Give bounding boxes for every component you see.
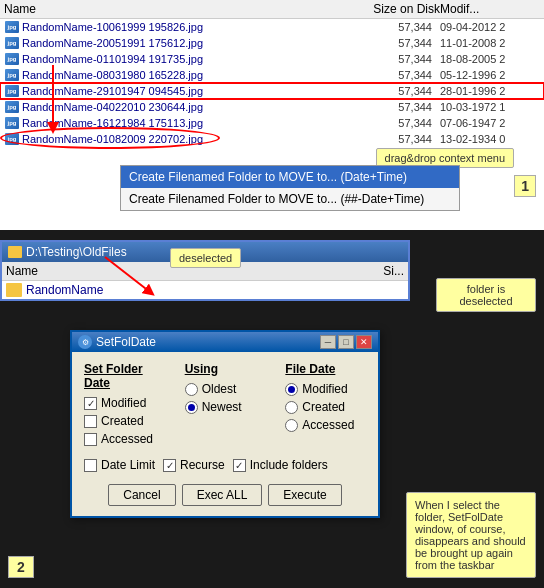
- file-row[interactable]: jpg RandomName-08031980 165228.jpg 57,34…: [0, 67, 544, 83]
- size-column-header: Size on Disk: [360, 2, 440, 16]
- modified-checkbox[interactable]: [84, 397, 97, 410]
- file-name: RandomName-04022010 230644.jpg: [22, 101, 360, 113]
- dialog-window-controls: ─ □ ✕: [320, 335, 372, 349]
- folder-item-name: RandomName: [26, 283, 103, 297]
- file-name: RandomName-16121984 175113.jpg: [22, 117, 360, 129]
- date-limit-checkbox[interactable]: [84, 459, 97, 472]
- filedate-created-radio-row: Created: [285, 400, 366, 414]
- filedate-modified-radio[interactable]: [285, 383, 298, 396]
- include-folders-checkbox[interactable]: [233, 459, 246, 472]
- file-name: RandomName-29101947 094545.jpg: [22, 85, 360, 97]
- file-date-col: File Date Modified Created Accessed: [285, 362, 366, 450]
- file-size: 57,344: [360, 133, 440, 145]
- include-folders-label: Include folders: [250, 458, 328, 472]
- file-row[interactable]: jpg RandomName-01082009 220702.jpg 57,34…: [0, 131, 544, 147]
- folder-row[interactable]: RandomName: [2, 281, 408, 299]
- accessed-checkbox-row: Accessed: [84, 432, 165, 446]
- file-mod: 28-01-1996 2: [440, 85, 540, 97]
- filedate-created-label: Created: [302, 400, 345, 414]
- dialog-title-left: ⚙ SetFolDate: [78, 335, 156, 349]
- file-list: jpg RandomName-10061999 195826.jpg 57,34…: [0, 19, 544, 147]
- file-row[interactable]: jpg RandomName-01101994 191735.jpg 57,34…: [0, 51, 544, 67]
- newest-radio-row: Newest: [185, 400, 266, 414]
- dialog-main-row: Set Folder Date Modified Created Accesse…: [84, 362, 366, 450]
- file-name: RandomName-01101994 191735.jpg: [22, 53, 360, 65]
- recurse-checkbox[interactable]: [163, 459, 176, 472]
- set-folder-date-header: Set Folder Date: [84, 362, 165, 390]
- deselected-callout: deselected: [170, 248, 241, 268]
- folder-title-text: D:\Testing\OldFiles: [26, 245, 127, 259]
- setfoldate-dialog: ⚙ SetFolDate ─ □ ✕ Set Folder Date Modif…: [70, 330, 380, 518]
- exec-all-button[interactable]: Exec ALL: [182, 484, 263, 506]
- filedate-accessed-label: Accessed: [302, 418, 354, 432]
- file-mod: 11-01-2008 2: [440, 37, 540, 49]
- created-label: Created: [101, 414, 144, 428]
- file-size: 57,344: [360, 117, 440, 129]
- modified-checkbox-row: Modified: [84, 396, 165, 410]
- filedate-accessed-radio[interactable]: [285, 419, 298, 432]
- execute-button[interactable]: Execute: [268, 484, 341, 506]
- folder-item-icon: [6, 283, 22, 297]
- drag-drop-menu: Create Filenamed Folder to MOVE to... (D…: [120, 165, 460, 211]
- newest-radio[interactable]: [185, 401, 198, 414]
- oldest-radio[interactable]: [185, 383, 198, 396]
- file-row[interactable]: jpg RandomName-16121984 175113.jpg 57,34…: [0, 115, 544, 131]
- modified-column-header: Modif...: [440, 2, 540, 16]
- file-row-highlighted[interactable]: jpg RandomName-29101947 094545.jpg 57,34…: [0, 83, 544, 99]
- file-mod: 05-12-1996 2: [440, 69, 540, 81]
- file-size: 57,344: [360, 85, 440, 97]
- file-name: RandomName-01082009 220702.jpg: [22, 133, 360, 145]
- oldest-label: Oldest: [202, 382, 237, 396]
- bottom-annotation: When I select the folder, SetFolDate win…: [406, 492, 536, 578]
- name-column-header: Name: [4, 2, 360, 16]
- dialog-bottom-row: Date Limit Recurse Include folders: [84, 458, 366, 476]
- file-mod: 09-04-2012 2: [440, 21, 540, 33]
- dialog-title-text: SetFolDate: [96, 335, 156, 349]
- accessed-checkbox[interactable]: [84, 433, 97, 446]
- recurse-row: Recurse: [163, 458, 225, 472]
- date-limit-row: Date Limit: [84, 458, 155, 472]
- file-name: RandomName-10061999 195826.jpg: [22, 21, 360, 33]
- cancel-button[interactable]: Cancel: [108, 484, 175, 506]
- file-mod: 13-02-1934 0: [440, 133, 540, 145]
- accessed-label: Accessed: [101, 432, 153, 446]
- filedate-modified-radio-row: Modified: [285, 382, 366, 396]
- drag-drop-menu-item-2[interactable]: Create Filenamed Folder to MOVE to... (#…: [121, 188, 459, 210]
- file-row[interactable]: jpg RandomName-04022010 230644.jpg 57,34…: [0, 99, 544, 115]
- file-mod: 18-08-2005 2: [440, 53, 540, 65]
- filedate-created-radio[interactable]: [285, 401, 298, 414]
- dialog-body: Set Folder Date Modified Created Accesse…: [72, 352, 378, 516]
- drag-drop-menu-item-1[interactable]: Create Filenamed Folder to MOVE to... (D…: [121, 166, 459, 188]
- created-checkbox[interactable]: [84, 415, 97, 428]
- file-list-header: Name Size on Disk Modif...: [0, 0, 544, 19]
- dialog-maximize-btn[interactable]: □: [338, 335, 354, 349]
- file-name: RandomName-20051991 175612.jpg: [22, 37, 360, 49]
- date-limit-label: Date Limit: [101, 458, 155, 472]
- file-name: RandomName-08031980 165228.jpg: [22, 69, 360, 81]
- folder-size-header: Si...: [383, 264, 404, 278]
- file-size: 57,344: [360, 69, 440, 81]
- filedate-modified-label: Modified: [302, 382, 347, 396]
- dialog-icon-symbol: ⚙: [82, 338, 89, 347]
- file-row[interactable]: jpg RandomName-20051991 175612.jpg 57,34…: [0, 35, 544, 51]
- recurse-label: Recurse: [180, 458, 225, 472]
- using-col: Using Oldest Newest: [185, 362, 266, 450]
- set-folder-date-col: Set Folder Date Modified Created Accesse…: [84, 362, 165, 450]
- created-checkbox-row: Created: [84, 414, 165, 428]
- oldest-radio-row: Oldest: [185, 382, 266, 396]
- dialog-titlebar: ⚙ SetFolDate ─ □ ✕: [72, 332, 378, 352]
- file-size: 57,344: [360, 101, 440, 113]
- file-size: 57,344: [360, 37, 440, 49]
- file-date-header: File Date: [285, 362, 366, 376]
- dialog-close-btn[interactable]: ✕: [356, 335, 372, 349]
- file-size: 57,344: [360, 21, 440, 33]
- folder-deselected-text: folder isdeselected: [459, 283, 512, 307]
- dialog-icon: ⚙: [78, 335, 92, 349]
- file-mod: 10-03-1972 1: [440, 101, 540, 113]
- badge-1: 1: [514, 175, 536, 197]
- filedate-accessed-radio-row: Accessed: [285, 418, 366, 432]
- file-size: 57,344: [360, 53, 440, 65]
- dialog-minimize-btn[interactable]: ─: [320, 335, 336, 349]
- dialog-footer: Cancel Exec ALL Execute: [84, 484, 366, 506]
- file-row[interactable]: jpg RandomName-10061999 195826.jpg 57,34…: [0, 19, 544, 35]
